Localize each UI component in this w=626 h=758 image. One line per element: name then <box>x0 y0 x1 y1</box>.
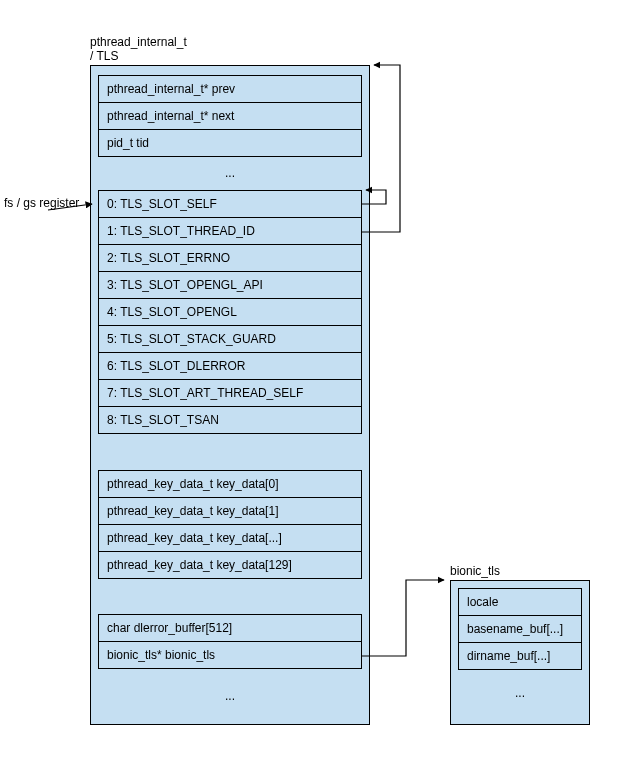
key-data-etc: pthread_key_data_t key_data[...] <box>98 525 362 552</box>
group-key-data: pthread_key_data_t key_data[0] pthread_k… <box>98 470 362 579</box>
ellipsis-1: ... <box>98 162 362 184</box>
ellipsis-main-end: ... <box>98 685 362 707</box>
ellipsis-bionic-tls: ... <box>458 682 582 704</box>
arrow-bionic-tls-ptr <box>362 580 444 656</box>
tls-slot-self: 0: TLS_SLOT_SELF <box>98 190 362 218</box>
field-locale: locale <box>458 588 582 616</box>
tls-slot-opengl: 4: TLS_SLOT_OPENGL <box>98 299 362 326</box>
group-bionic-tls-fields: locale basename_buf[...] dirname_buf[...… <box>458 588 582 670</box>
group-tail: char dlerror_buffer[512] bionic_tls* bio… <box>98 614 362 669</box>
field-dlerror-buffer: char dlerror_buffer[512] <box>98 614 362 642</box>
tls-slot-art-thread-self: 7: TLS_SLOT_ART_THREAD_SELF <box>98 380 362 407</box>
field-dirname-buf: dirname_buf[...] <box>458 643 582 670</box>
field-prev: pthread_internal_t* prev <box>98 75 362 103</box>
field-basename-buf: basename_buf[...] <box>458 616 582 643</box>
group-tls-slots: 0: TLS_SLOT_SELF 1: TLS_SLOT_THREAD_ID 2… <box>98 190 362 434</box>
tls-slot-dlerror: 6: TLS_SLOT_DLERROR <box>98 353 362 380</box>
tls-slot-stack-guard: 5: TLS_SLOT_STACK_GUARD <box>98 326 362 353</box>
pthread-internal-label-top: pthread_internal_t <box>90 35 187 49</box>
tls-slot-errno: 2: TLS_SLOT_ERRNO <box>98 245 362 272</box>
field-next: pthread_internal_t* next <box>98 103 362 130</box>
key-data-0: pthread_key_data_t key_data[0] <box>98 470 362 498</box>
tls-slot-thread-id: 1: TLS_SLOT_THREAD_ID <box>98 218 362 245</box>
group-struct-header: pthread_internal_t* prev pthread_interna… <box>98 75 362 157</box>
pthread-internal-label-bottom: / TLS <box>90 49 118 63</box>
field-tid: pid_t tid <box>98 130 362 157</box>
key-data-129: pthread_key_data_t key_data[129] <box>98 552 362 579</box>
key-data-1: pthread_key_data_t key_data[1] <box>98 498 362 525</box>
bionic-tls-label: bionic_tls <box>450 564 500 578</box>
tls-slot-opengl-api: 3: TLS_SLOT_OPENGL_API <box>98 272 362 299</box>
fs-gs-register-label: fs / gs register <box>4 196 79 210</box>
field-bionic-tls-ptr: bionic_tls* bionic_tls <box>98 642 362 669</box>
tls-slot-tsan: 8: TLS_SLOT_TSAN <box>98 407 362 434</box>
